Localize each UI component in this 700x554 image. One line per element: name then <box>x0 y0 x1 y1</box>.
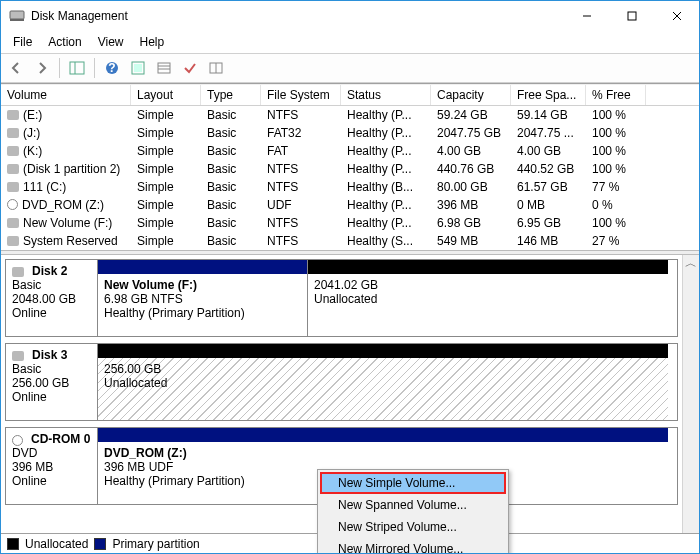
disk-icon <box>7 164 19 174</box>
legend-primary-label: Primary partition <box>112 537 199 551</box>
disk-row[interactable]: Disk 3Basic256.00 GBOnline256.00 GBUnall… <box>5 343 678 421</box>
titlebar[interactable]: Disk Management <box>1 1 699 31</box>
disk-icon <box>7 236 19 246</box>
disk-icon <box>12 267 24 277</box>
col-layout[interactable]: Layout <box>131 85 201 105</box>
ctx-new-striped-volume[interactable]: New Striped Volume... <box>320 516 506 538</box>
partition-stripe <box>98 260 307 274</box>
disk-label[interactable]: CD-ROM 0DVD396 MBOnline <box>6 428 98 504</box>
app-icon <box>9 8 25 24</box>
scroll-up-icon[interactable]: ︿ <box>683 255 699 272</box>
disk-icon <box>7 218 19 228</box>
disk-label[interactable]: Disk 3Basic256.00 GBOnline <box>6 344 98 420</box>
table-row[interactable]: 111 (C:)SimpleBasicNTFSHealthy (B...80.0… <box>1 178 699 196</box>
scrollbar-vertical[interactable]: ︿ <box>682 255 699 533</box>
menubar: File Action View Help <box>1 31 699 53</box>
list-icon[interactable] <box>153 57 175 79</box>
disk-icon <box>7 110 19 120</box>
menu-help[interactable]: Help <box>132 33 173 51</box>
disk-icon <box>7 146 19 156</box>
menu-file[interactable]: File <box>5 33 40 51</box>
svg-rect-11 <box>134 64 142 72</box>
table-row[interactable]: DVD_ROM (Z:)SimpleBasicUDFHealthy (P...3… <box>1 196 699 214</box>
partition-stripe <box>98 428 668 442</box>
partition[interactable]: 2041.02 GBUnallocated <box>308 260 668 336</box>
toolbar: ? <box>1 53 699 83</box>
dvd-icon <box>12 435 23 446</box>
menu-view[interactable]: View <box>90 33 132 51</box>
partition-body: New Volume (F:)6.98 GB NTFSHealthy (Prim… <box>98 274 307 336</box>
help-icon[interactable]: ? <box>101 57 123 79</box>
disk-icon <box>7 182 19 192</box>
maximize-button[interactable] <box>609 1 654 31</box>
col-status[interactable]: Status <box>341 85 431 105</box>
table-row[interactable]: (K:)SimpleBasicFATHealthy (P...4.00 GB4.… <box>1 142 699 160</box>
disk-label[interactable]: Disk 2Basic2048.00 GBOnline <box>6 260 98 336</box>
context-menu: New Simple Volume... New Spanned Volume.… <box>317 469 509 553</box>
check-icon[interactable] <box>179 57 201 79</box>
partition[interactable]: 256.00 GBUnallocated <box>98 344 668 420</box>
col-type[interactable]: Type <box>201 85 261 105</box>
table-row[interactable]: (J:)SimpleBasicFAT32Healthy (P...2047.75… <box>1 124 699 142</box>
disk-row[interactable]: Disk 2Basic2048.00 GBOnlineNew Volume (F… <box>5 259 678 337</box>
partition-stripe <box>98 344 668 358</box>
dvd-icon <box>7 199 18 210</box>
settings-icon[interactable] <box>205 57 227 79</box>
table-row[interactable]: (E:)SimpleBasicNTFSHealthy (P...59.24 GB… <box>1 106 699 124</box>
table-row[interactable]: System ReservedSimpleBasicNTFSHealthy (S… <box>1 232 699 250</box>
minimize-button[interactable] <box>564 1 609 31</box>
table-row[interactable]: (Disk 1 partition 2)SimpleBasicNTFSHealt… <box>1 160 699 178</box>
partition-stripe <box>308 260 668 274</box>
svg-rect-12 <box>158 63 170 73</box>
partition-body: 2041.02 GBUnallocated <box>308 274 668 336</box>
legend-primary-swatch <box>94 538 106 550</box>
forward-button[interactable] <box>31 57 53 79</box>
svg-rect-0 <box>10 11 24 19</box>
ctx-new-spanned-volume[interactable]: New Spanned Volume... <box>320 494 506 516</box>
ctx-new-mirrored-volume[interactable]: New Mirrored Volume... <box>320 538 506 553</box>
close-button[interactable] <box>654 1 699 31</box>
refresh-icon[interactable] <box>127 57 149 79</box>
col-freespace[interactable]: Free Spa... <box>511 85 586 105</box>
menu-action[interactable]: Action <box>40 33 89 51</box>
toolbar-separator <box>94 58 95 78</box>
col-pctfree[interactable]: % Free <box>586 85 646 105</box>
legend-unallocated-swatch <box>7 538 19 550</box>
partition[interactable]: New Volume (F:)6.98 GB NTFSHealthy (Prim… <box>98 260 308 336</box>
toolbar-separator <box>59 58 60 78</box>
disk-management-window: Disk Management File Action View Help ? … <box>0 0 700 554</box>
toolbar-panes-icon[interactable] <box>66 57 88 79</box>
svg-rect-3 <box>628 12 636 20</box>
col-capacity[interactable]: Capacity <box>431 85 511 105</box>
disk-icon <box>7 128 19 138</box>
volume-list[interactable]: Volume Layout Type File System Status Ca… <box>1 84 699 250</box>
legend-unallocated-label: Unallocated <box>25 537 88 551</box>
disk-icon <box>12 351 24 361</box>
volume-list-header[interactable]: Volume Layout Type File System Status Ca… <box>1 84 699 106</box>
svg-rect-6 <box>70 62 84 74</box>
partition-body: 256.00 GBUnallocated <box>98 358 668 420</box>
col-filesystem[interactable]: File System <box>261 85 341 105</box>
content-area: Volume Layout Type File System Status Ca… <box>1 83 699 553</box>
back-button[interactable] <box>5 57 27 79</box>
table-row[interactable]: New Volume (F:)SimpleBasicNTFSHealthy (P… <box>1 214 699 232</box>
col-volume[interactable]: Volume <box>1 85 131 105</box>
svg-rect-1 <box>10 19 24 21</box>
window-title: Disk Management <box>31 9 564 23</box>
ctx-new-simple-volume[interactable]: New Simple Volume... <box>320 472 506 494</box>
svg-text:?: ? <box>108 61 115 75</box>
